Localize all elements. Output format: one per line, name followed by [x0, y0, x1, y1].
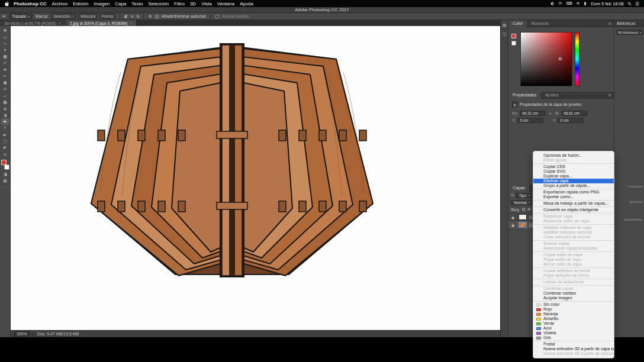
- menu-item-exportar-como[interactable]: Exportar como...: [533, 195, 614, 199]
- menu-item-convertir-en-objeto-inteligente[interactable]: Convertir en objeto inteligente: [533, 208, 614, 212]
- make-button-forma[interactable]: Forma: [99, 14, 115, 19]
- quick-mask-icon[interactable]: ◨: [1, 171, 9, 177]
- menubar-item-texto[interactable]: Texto: [131, 1, 143, 7]
- menu-item-grupo-a-partir-de-capas[interactable]: Grupo a partir de capas...: [533, 183, 614, 188]
- shape-tool[interactable]: ▢: [1, 138, 9, 144]
- saturation-brightness-field[interactable]: [520, 32, 572, 86]
- menubar-item-filtro[interactable]: Filtro: [174, 1, 185, 7]
- tab-muestras[interactable]: Muestras: [527, 20, 553, 27]
- menubar-item-imagen[interactable]: Imagen: [94, 1, 110, 7]
- crop-tool[interactable]: ▦: [1, 53, 9, 60]
- hue-slider[interactable]: [575, 32, 579, 86]
- menu-item-naranja[interactable]: Naranja: [533, 312, 614, 316]
- menubar-item-edicion[interactable]: Edición: [73, 1, 88, 7]
- edit-toolbar-icon[interactable]: ⋯: [1, 184, 9, 190]
- menu-item-gris[interactable]: Gris: [533, 335, 614, 340]
- menu-item-postal[interactable]: Postal: [533, 342, 614, 347]
- gear-icon[interactable]: ⚙: [148, 14, 152, 19]
- lasso-tool[interactable]: ∿: [1, 40, 9, 47]
- brush-tool[interactable]: ✏: [1, 73, 9, 79]
- menu-item-eliminar-capa[interactable]: Eliminar capa: [533, 179, 614, 183]
- background-color-swatch[interactable]: [4, 164, 9, 170]
- clone-stamp-tool[interactable]: ▣: [1, 79, 9, 86]
- foreground-color-swatch[interactable]: [1, 160, 7, 165]
- tool-preset-icon[interactable]: ✒: [2, 14, 6, 19]
- docked-panel-icon-bottom[interactable]: ◫: [503, 32, 507, 37]
- menu-item-sin-color[interactable]: ✕Sin color: [533, 302, 614, 307]
- libraries-title[interactable]: Bibliotecas: [614, 20, 644, 27]
- filter-kind-icon[interactable]: ⊡: [511, 193, 514, 198]
- sync-icon[interactable]: ⟳: [559, 1, 562, 6]
- panel-menu-icon[interactable]: ≡: [608, 21, 611, 26]
- layer-visibility-icon[interactable]: ◉: [510, 223, 516, 227]
- menubar-item-capa[interactable]: Capa: [115, 1, 126, 7]
- color-swatches[interactable]: [1, 160, 9, 170]
- tab-propiedades[interactable]: Propiedades: [508, 92, 540, 99]
- layer-visibility-icon[interactable]: ◉: [510, 215, 516, 219]
- menubar-item-photoshop-cc[interactable]: Photoshop CC: [14, 1, 47, 7]
- tab-close-icon[interactable]: ×: [59, 21, 61, 25]
- canvas-document[interactable]: [11, 26, 500, 330]
- layer-thumbnail[interactable]: [519, 222, 527, 228]
- eraser-tool[interactable]: ▱: [1, 92, 9, 99]
- notification-center-icon[interactable]: ☰: [635, 1, 639, 7]
- color-picker[interactable]: [508, 27, 614, 92]
- display-icon[interactable]: ◐: [550, 1, 554, 6]
- tab-color[interactable]: Color: [508, 20, 527, 27]
- move-tool[interactable]: ✥: [1, 27, 9, 34]
- wifi-icon[interactable]: ≋: [577, 1, 580, 6]
- lock-transparency-icon[interactable]: ▨: [522, 207, 526, 212]
- menubar-clock[interactable]: Dom 5 feb 18:08: [591, 1, 623, 7]
- menu-item-copiar-css[interactable]: Copiar CSS: [533, 164, 614, 169]
- path-selection-tool[interactable]: ►: [1, 131, 9, 138]
- foreground-mini-swatch[interactable]: [511, 34, 516, 38]
- tab-capas[interactable]: Capas: [508, 185, 529, 192]
- menu-item-duplicar-capa[interactable]: Duplicar capa...: [533, 174, 614, 179]
- document-tab-1[interactable]: 2.jpg al 300% (Capa 0, RGB/8#)×: [66, 20, 137, 26]
- screen-mode-icon[interactable]: ▤: [1, 177, 9, 184]
- menu-item-copiar-svg[interactable]: Copiar SVG: [533, 169, 614, 174]
- lock-pixels-icon[interactable]: ✚: [527, 207, 530, 212]
- color-marker[interactable]: [559, 57, 562, 60]
- menu-item-verde[interactable]: Verde: [533, 321, 614, 326]
- library-select[interactable]: Mi biblioteca ▾: [616, 30, 643, 35]
- menubar-item-ayuda[interactable]: Ayuda: [240, 1, 253, 7]
- pen-tool[interactable]: ✒: [1, 118, 9, 125]
- gradient-tool[interactable]: ▩: [1, 99, 9, 105]
- panel-menu-icon[interactable]: ≡: [608, 93, 611, 98]
- menubar-item-seleccion[interactable]: Selección: [148, 1, 169, 7]
- keyboard-icon[interactable]: ⌨: [566, 1, 572, 6]
- status-popup-icon[interactable]: ›: [82, 332, 83, 336]
- path-alignment-icon[interactable]: ≡: [131, 14, 134, 19]
- healing-brush-tool[interactable]: ⊕: [1, 66, 9, 73]
- menubar-item-3d[interactable]: 3D: [190, 1, 196, 7]
- zoom-level[interactable]: 300%: [14, 331, 30, 337]
- tool-mode-select[interactable]: Trazado ▾: [9, 14, 33, 19]
- background-mini-swatch[interactable]: [511, 41, 516, 46]
- make-button-mascara[interactable]: Máscara: [78, 14, 98, 19]
- layer-thumbnail[interactable]: [519, 214, 527, 220]
- align-edges-checkbox[interactable]: [215, 15, 219, 18]
- zoom-tool[interactable]: ◎: [1, 151, 9, 157]
- menu-item-amarillo[interactable]: Amarillo: [533, 316, 614, 321]
- menu-item-mesa-de-trabajo-a-partir-de-capas[interactable]: Mesa de trabajo a partir de capas...: [533, 201, 614, 206]
- quick-selection-tool[interactable]: ✦: [1, 47, 9, 53]
- menu-item-nueva-extrusion-3d-a-partir-de-capa-seleccionada[interactable]: Nueva extrusión 3D a partir de capa sele…: [533, 347, 614, 351]
- tab-ajustes[interactable]: Ajustes: [540, 92, 563, 99]
- path-arrange-icon[interactable]: ⧉: [136, 14, 139, 19]
- document-tab-0[interactable]: Sin título-1 al 66,7% (RGB/8)×: [0, 20, 66, 26]
- y-field[interactable]: 0 cm: [558, 118, 584, 123]
- menu-item-rojo[interactable]: Rojo: [533, 307, 614, 312]
- menu-item-opciones-de-fusion[interactable]: Opciones de fusión...: [533, 153, 614, 158]
- menubar-item-ventana[interactable]: Ventana: [217, 1, 234, 7]
- menu-item-azul[interactable]: Azul: [533, 326, 614, 331]
- blur-tool[interactable]: ◍: [1, 105, 9, 112]
- menubar-item-vista[interactable]: Vista: [201, 1, 212, 7]
- rectangular-marquee-tool[interactable]: ▭: [1, 34, 9, 40]
- menubar-item-archivo[interactable]: Archivo: [52, 1, 68, 7]
- menu-item-acoplar-imagen[interactable]: Acoplar imagen: [533, 296, 614, 300]
- width-field[interactable]: 90,31 cm: [520, 111, 546, 116]
- history-brush-tool[interactable]: ↺: [1, 86, 9, 92]
- path-operations-icon[interactable]: ◧: [124, 14, 128, 19]
- type-tool[interactable]: T: [1, 125, 9, 131]
